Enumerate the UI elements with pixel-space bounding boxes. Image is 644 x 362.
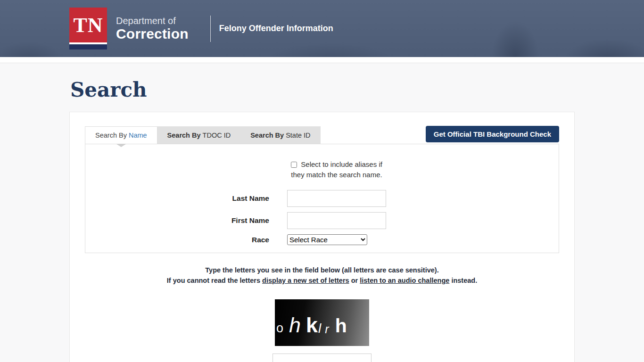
- captcha-instructions: Type the letters you see in the field be…: [85, 265, 559, 286]
- captcha-image: o h k l r h: [275, 299, 369, 346]
- alias-row: Select to include aliases if they match …: [85, 159, 559, 185]
- search-tabs: Search By Name Search By TDOC ID Search …: [85, 126, 321, 144]
- tab-search-by-tdoc-id[interactable]: Search By TDOC ID: [157, 126, 241, 144]
- captcha-answer-input[interactable]: [272, 354, 372, 362]
- alias-label-line2: they match the search name.: [291, 171, 382, 179]
- include-aliases-checkbox[interactable]: [291, 162, 297, 168]
- new-letters-link[interactable]: display a new set of letters: [262, 277, 349, 284]
- audio-challenge-link[interactable]: listen to an audio challenge: [360, 277, 449, 284]
- captcha-letter: o: [276, 323, 283, 334]
- captcha-letter: r: [325, 324, 329, 334]
- captcha-line2-suffix: instead.: [451, 277, 477, 284]
- search-card: Search By Name Search By TDOC ID Search …: [69, 112, 575, 362]
- agency-name: Department of Correction: [116, 16, 189, 41]
- page-background: Search Search By Name Search By TDOC ID …: [0, 63, 644, 362]
- captcha-line2-or: or: [351, 277, 358, 284]
- first-name-label: First Name: [85, 216, 269, 225]
- tab-label-prefix: Search By: [250, 132, 286, 139]
- captcha-line2-prefix: If you cannot read the letters: [167, 277, 260, 284]
- header-divider: [210, 16, 211, 42]
- last-name-label: Last Name: [85, 194, 269, 203]
- last-name-input[interactable]: [287, 190, 386, 207]
- header-bottom-strip: [0, 57, 644, 63]
- captcha-letter: k: [306, 317, 318, 334]
- captcha-letter: h: [335, 318, 347, 334]
- tab-search-by-name[interactable]: Search By Name: [85, 126, 157, 144]
- logo-stripe-navy: [69, 44, 107, 49]
- site-header: TN Department of Correction Felony Offen…: [0, 0, 644, 57]
- race-label: Race: [85, 236, 269, 244]
- site-title: Felony Offender Information: [219, 24, 333, 33]
- tab-label-prefix: Search By: [95, 132, 129, 139]
- first-name-row: First Name: [85, 212, 559, 229]
- captcha-instruction-line2: If you cannot read the letters display a…: [85, 275, 559, 286]
- alias-label-line1: Select to include aliases if: [301, 160, 382, 168]
- agency-name-line1: Department of: [116, 16, 189, 26]
- tab-label-suffix: State ID: [286, 132, 310, 139]
- card-top-row: Search By Name Search By TDOC ID Search …: [85, 126, 559, 144]
- race-select[interactable]: Select Race: [287, 234, 367, 245]
- captcha-instruction-line1: Type the letters you see in the field be…: [85, 265, 559, 275]
- tbi-background-check-button[interactable]: Get Official TBI Background Check: [426, 126, 559, 142]
- tab-label-suffix: TDOC ID: [203, 132, 231, 139]
- captcha-letter: l: [318, 323, 321, 334]
- tab-search-by-state-id[interactable]: Search By State ID: [240, 126, 320, 144]
- tab-label-suffix: Name: [129, 132, 147, 139]
- search-by-name-form: Select to include aliases if they match …: [85, 144, 559, 253]
- captcha-letter: h: [289, 317, 301, 334]
- last-name-row: Last Name: [85, 190, 559, 207]
- tn-state-logo: TN: [69, 8, 107, 49]
- tn-logo-mark: TN: [69, 8, 107, 42]
- page-title: Search: [69, 63, 575, 112]
- agency-name-line2: Correction: [116, 26, 189, 41]
- first-name-input[interactable]: [287, 212, 386, 229]
- tab-label-prefix: Search By: [167, 132, 203, 139]
- race-row: Race Select Race: [85, 234, 559, 245]
- content-container: Search Search By Name Search By TDOC ID …: [69, 63, 575, 362]
- alias-option: Select to include aliases if they match …: [287, 159, 386, 180]
